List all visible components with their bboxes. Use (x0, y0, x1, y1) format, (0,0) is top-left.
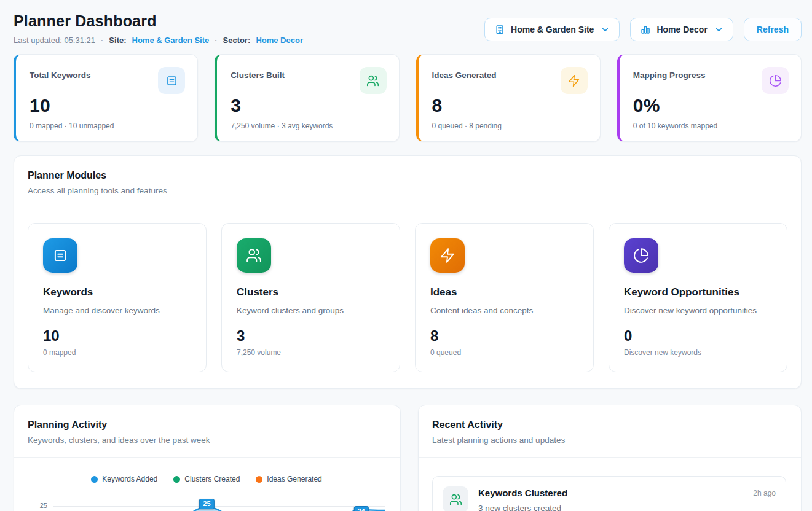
planning-activity-header: Planning Activity Keywords, clusters, an… (14, 405, 400, 458)
planning-activity-body: Keywords Added Clusters Created Ideas Ge… (14, 458, 400, 511)
users-icon (237, 238, 271, 273)
legend-item-clusters-created[interactable]: Clusters Created (173, 475, 240, 483)
meta-separator: · (101, 36, 103, 45)
header-left: Planner Dashboard Last updated: 05:31:21… (14, 12, 303, 45)
module-stat-label: 7,250 volume (237, 348, 385, 357)
module-card-clusters[interactable]: Clusters Keyword clusters and groups 3 7… (221, 223, 400, 372)
activity-item-main: Keywords Clustered 3 new clusters create… (478, 486, 743, 511)
recent-activity-header: Recent Activity Latest planning actions … (419, 405, 801, 458)
module-title: Ideas (430, 286, 578, 298)
module-stat-value: 8 (430, 327, 578, 345)
activity-item-keywords-clustered[interactable]: Keywords Clustered 3 new clusters create… (432, 476, 786, 511)
page-header: Planner Dashboard Last updated: 05:31:21… (14, 12, 802, 45)
recent-activity-title: Recent Activity (432, 419, 786, 431)
sector-selector-label: Home Decor (656, 25, 707, 34)
stats-row: Total Keywords 10 0 mapped · 10 unmapped… (14, 54, 802, 142)
site-selector-dropdown[interactable]: Home & Garden Site (484, 18, 620, 41)
chevron-down-icon (601, 25, 610, 34)
stat-card-clusters-built[interactable]: Clusters Built 3 7,250 volume · 3 avg ke… (215, 54, 399, 142)
stat-subtitle: 0 queued · 8 pending (432, 122, 588, 130)
activity-chart: 25 25 24 (28, 493, 385, 511)
planning-activity-title: Planning Activity (28, 419, 385, 431)
bar-chart-icon (640, 24, 651, 35)
header-meta: Last updated: 05:31:21 · Site: Home & Ga… (14, 36, 303, 45)
bottom-row: Planning Activity Keywords, clusters, an… (14, 405, 802, 511)
site-selector-label: Home & Garden Site (511, 25, 594, 34)
activity-item-title: Keywords Clustered (478, 488, 743, 498)
stat-value: 10 (30, 95, 185, 116)
recent-activity-panel: Recent Activity Latest planning actions … (418, 405, 802, 511)
legend-dot (173, 476, 180, 483)
planner-modules-panel: Planner Modules Access all planning tool… (14, 155, 802, 389)
modules-panel-subtitle: Access all planning tools and features (28, 186, 786, 195)
chart-legend: Keywords Added Clusters Created Ideas Ge… (28, 475, 385, 483)
module-description: Keyword clusters and groups (237, 306, 385, 315)
users-icon (360, 67, 387, 94)
stat-title: Ideas Generated (432, 67, 497, 80)
stat-subtitle: 0 mapped · 10 unmapped (30, 122, 185, 130)
legend-label: Keywords Added (102, 475, 157, 483)
stat-value: 0% (633, 95, 789, 116)
stat-subtitle: 7,250 volume · 3 avg keywords (231, 122, 386, 130)
activity-item-description: 3 new clusters created (478, 504, 743, 511)
data-point-badge: 24 (353, 506, 368, 511)
stat-value: 8 (432, 95, 588, 116)
document-icon (158, 67, 185, 94)
legend-item-ideas-generated[interactable]: Ideas Generated (256, 475, 321, 483)
last-updated-text: Last updated: 05:31:21 (14, 36, 95, 45)
module-card-ideas[interactable]: Ideas Content ideas and concepts 8 0 que… (415, 223, 594, 372)
document-icon (43, 238, 77, 273)
recent-activity-body: Keywords Clustered 3 new clusters create… (419, 458, 801, 511)
header-actions: Home & Garden Site Home Decor (484, 18, 802, 41)
stat-card-ideas-generated[interactable]: Ideas Generated 8 0 queued · 8 pending (416, 54, 601, 142)
y-axis-tick-25: 25 (28, 502, 53, 509)
data-point-badge: 25 (199, 499, 214, 509)
stat-card-mapping-progress[interactable]: Mapping Progress 0% 0 of 10 keywords map… (617, 54, 802, 142)
module-card-keyword-opportunities[interactable]: Keyword Opportunities Discover new keywo… (609, 223, 787, 372)
stat-value: 3 (231, 95, 386, 116)
stat-title: Total Keywords (30, 67, 91, 80)
module-description: Discover new keyword opportunities (624, 306, 772, 315)
module-stat-label: 0 mapped (43, 348, 191, 357)
module-stat-value: 3 (237, 327, 385, 345)
module-stat-label: 0 queued (430, 348, 578, 357)
modules-grid: Keywords Manage and discover keywords 10… (14, 208, 801, 388)
building-icon (494, 24, 505, 35)
stat-title: Mapping Progress (633, 67, 706, 80)
stat-card-total-keywords[interactable]: Total Keywords 10 0 mapped · 10 unmapped (14, 54, 198, 142)
planner-dashboard-page: Planner Dashboard Last updated: 05:31:21… (0, 0, 812, 511)
activity-item-time: 2h ago (753, 489, 776, 497)
bolt-icon (430, 238, 465, 273)
recent-activity-subtitle: Latest planning actions and updates (432, 435, 786, 445)
legend-label: Clusters Created (184, 475, 240, 483)
chevron-down-icon (714, 25, 723, 34)
legend-item-keywords-added[interactable]: Keywords Added (91, 475, 157, 483)
stat-title: Clusters Built (231, 67, 285, 80)
sector-link[interactable]: Home Decor (256, 36, 303, 45)
legend-dot (256, 476, 262, 483)
site-link[interactable]: Home & Garden Site (132, 36, 210, 45)
planning-activity-panel: Planning Activity Keywords, clusters, an… (14, 405, 401, 511)
module-card-keywords[interactable]: Keywords Manage and discover keywords 10… (28, 223, 207, 372)
stat-subtitle: 0 of 10 keywords mapped (633, 122, 789, 130)
site-label: Site: (109, 36, 126, 45)
module-description: Manage and discover keywords (43, 306, 191, 315)
legend-label: Ideas Generated (267, 475, 321, 483)
planning-activity-subtitle: Keywords, clusters, and ideas over the p… (28, 435, 385, 445)
chart-plot-area: 25 24 (53, 493, 385, 511)
refresh-button[interactable]: Refresh (744, 18, 802, 41)
module-stat-label: Discover new keywords (624, 348, 772, 357)
module-stat-value: 0 (624, 327, 772, 345)
module-title: Clusters (237, 286, 385, 298)
users-icon (443, 486, 468, 511)
sector-selector-dropdown[interactable]: Home Decor (630, 18, 733, 41)
meta-separator: · (215, 36, 217, 45)
page-title: Planner Dashboard (14, 12, 303, 30)
module-title: Keyword Opportunities (624, 286, 772, 298)
bolt-icon (561, 67, 588, 94)
module-description: Content ideas and concepts (430, 306, 578, 315)
activity-chart-svg (53, 493, 385, 511)
sector-label: Sector: (223, 36, 251, 45)
modules-panel-header: Planner Modules Access all planning tool… (14, 156, 801, 208)
module-stat-value: 10 (43, 327, 191, 345)
